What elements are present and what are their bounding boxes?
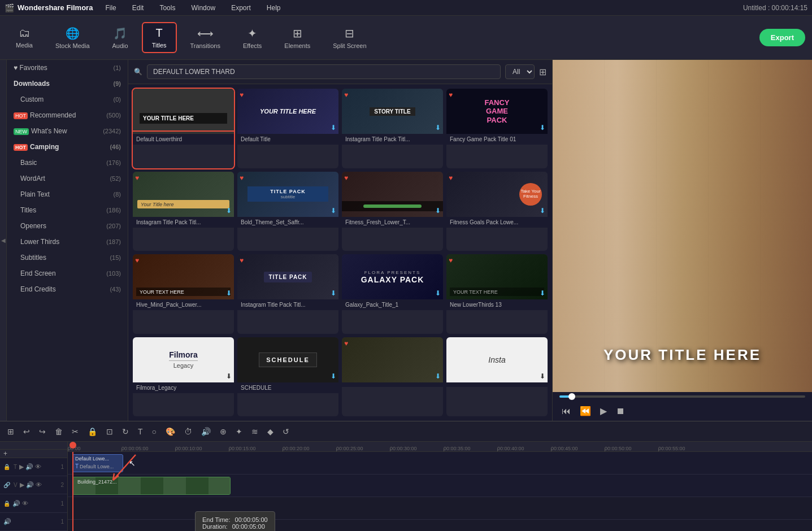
card-label-default-title: Default Title	[237, 134, 338, 145]
timeline-ai-button[interactable]: ✦	[233, 425, 245, 438]
play-pause-button[interactable]: ▶	[598, 404, 609, 417]
play-start-button[interactable]: ⏮	[559, 405, 573, 417]
subtitles-label: Subtitles	[20, 254, 46, 262]
effects-button[interactable]: ✦ Effects	[234, 23, 271, 53]
sidebar-item-end-screen[interactable]: End Screen (103)	[7, 266, 128, 281]
title-card-bottom-1[interactable]: ♥ ⬇	[342, 337, 443, 417]
sidebar-collapse-button[interactable]: ◀	[0, 60, 7, 421]
timeline-color-button[interactable]: 🎨	[163, 425, 178, 438]
search-input[interactable]	[147, 64, 501, 79]
sidebar-item-downloads[interactable]: Downloads (9)	[7, 76, 128, 92]
transitions-button[interactable]: ⟷ Transitions	[181, 23, 229, 53]
sidebar-item-custom[interactable]: Custom (0)	[7, 92, 128, 107]
title-card-default-lowerthird[interactable]: YOUR TITLE HERE Default Lowerthird	[133, 89, 234, 168]
app-icon: 🎬	[5, 3, 14, 12]
menu-bar: 🎬 Wondershare Filmora File Edit Tools Wi…	[0, 0, 812, 16]
title-card-bold-theme[interactable]: ♥ TITLE PACK subtitle ⬇ Bold_Theme_Set_S…	[237, 172, 338, 251]
media-button[interactable]: 🗂 Media	[7, 23, 42, 52]
grid-view-button[interactable]: ⊞	[539, 67, 546, 77]
menu-help[interactable]: Help	[263, 3, 284, 13]
sidebar-item-camping[interactable]: HOTCamping (46)	[7, 139, 128, 155]
menu-file[interactable]: File	[102, 3, 119, 13]
timeline-undo-button[interactable]: ↩	[20, 425, 33, 438]
timeline-mask-button[interactable]: ○	[149, 425, 159, 438]
play-end-button[interactable]: ⏹	[614, 405, 627, 417]
titles-button[interactable]: T Titles	[142, 22, 177, 53]
timeline-redo-button[interactable]: ↪	[36, 425, 49, 438]
title-card-new-lower[interactable]: ♥ YOUR TEXT HERE ⬇ New LowerThirds 13	[446, 254, 548, 334]
timeline-cursor[interactable]	[72, 452, 73, 531]
sidebar-item-openers[interactable]: Openers (207)	[7, 218, 128, 234]
sidebar-item-favorites[interactable]: ♥ Favorites (1)	[7, 60, 128, 76]
sidebar-item-titles[interactable]: Titles (186)	[7, 202, 128, 218]
basic-count: (176)	[106, 159, 121, 166]
timeline-motion-button[interactable]: ≋	[249, 425, 261, 438]
add-track-icon[interactable]: +	[3, 450, 7, 458]
split-screen-button[interactable]: ⊟ Split Screen	[324, 23, 375, 53]
camping-label: HOTCamping	[14, 143, 59, 151]
track-eye-icon-v2[interactable]: 👁	[22, 500, 28, 507]
title-card-default-title[interactable]: ♥ YOUR TITLE HERE ⬇ Default Title	[237, 89, 338, 168]
track-mute-icon-v2[interactable]: 🔊	[12, 500, 20, 507]
timeline-lock-button[interactable]: 🔒	[85, 425, 100, 438]
timeline-crop-button[interactable]: ⊡	[103, 425, 116, 438]
title-card-instagram-1[interactable]: ♥ STORY TITLE ⬇ Instagram Title Pack Tit…	[342, 89, 443, 168]
sidebar-item-basic[interactable]: Basic (176)	[7, 155, 128, 171]
title-card-bottom-2[interactable]: Insta ⬇	[446, 337, 548, 417]
export-button[interactable]: Export	[759, 29, 805, 46]
card-label-bottom-2	[446, 382, 548, 387]
timeline-speed-button[interactable]: ⏱	[181, 425, 195, 438]
stock-media-button[interactable]: 🌐 Stock Media	[46, 23, 99, 53]
sidebar-item-end-credits[interactable]: End Credits (43)	[7, 281, 128, 297]
sidebar-item-lower-thirds[interactable]: Lower Thirds (187)	[7, 234, 128, 250]
timeline-keyframe-button[interactable]: ◆	[264, 425, 276, 438]
preview-title-overlay: YOUR TITLE HERE	[553, 346, 812, 364]
sidebar-item-recommended[interactable]: HOTRecommended (500)	[7, 107, 128, 123]
sidebar-item-plain-text[interactable]: Plain Text (8)	[7, 186, 128, 202]
timeline-audio-button[interactable]: 🔊	[198, 425, 214, 438]
title-card-fitness-goals[interactable]: ♥ Take Your Fitness ⬇ Fitness Goals Pack…	[446, 172, 548, 251]
audio-button[interactable]: 🎵 Audio	[103, 23, 137, 53]
track-lock-icon-v1[interactable]: 🔗	[3, 482, 10, 488]
sidebar-item-subtitles[interactable]: Subtitles (15)	[7, 250, 128, 266]
timeline-grid-button[interactable]: ⊞	[5, 425, 17, 438]
title-card-filmora-legacy[interactable]: Filmora Legacy ⬇ Filmora_Legacy	[133, 337, 234, 417]
video-clip[interactable]: Building_21472...	[72, 477, 231, 495]
timeline-cut-button[interactable]: ✂	[69, 425, 81, 438]
sidebar-item-whats-new[interactable]: NEWWhat's New (2342)	[7, 123, 128, 139]
search-filter[interactable]: All	[505, 64, 535, 79]
track-eye-icon-v1[interactable]: 👁	[36, 481, 42, 489]
title-card-galaxy[interactable]: FLORA PRESENTS GALAXY PACK ⬇ Galaxy_Pack…	[342, 254, 443, 334]
timeline-reverse-button[interactable]: ↺	[280, 425, 292, 438]
menu-tools[interactable]: Tools	[156, 3, 179, 13]
menu-export[interactable]: Export	[228, 3, 254, 13]
download-icon: ⬇	[331, 124, 336, 132]
title-card-hive-mind[interactable]: ♥ YOUR TEXT HERE ⬇ Hive_Mind_Pack_Lower.…	[133, 254, 234, 334]
app-logo: 🎬 Wondershare Filmora	[5, 3, 93, 12]
step-back-button[interactable]: ⏪	[577, 404, 593, 417]
menu-window[interactable]: Window	[188, 3, 219, 13]
title-card-instagram-3[interactable]: ♥ TITLE PACK ⬇ Instagram Title Pack Titl…	[237, 254, 338, 334]
timeline-rotate-button[interactable]: ↻	[119, 425, 132, 438]
title-card-instagram-2[interactable]: ♥ Your Title here ⬇ Instagram Title Pack…	[133, 172, 234, 251]
title-card-fitness-fresh[interactable]: ♥ ⬇ Fitness_Fresh_Lower_T...	[342, 172, 443, 251]
track-mute-icon[interactable]: 🔊	[25, 463, 33, 471]
timeline-text-button[interactable]: T	[135, 425, 146, 438]
track-mute-icon-a1[interactable]: 🔊	[3, 518, 11, 525]
preview-progress-bar[interactable]	[559, 395, 805, 398]
menu-edit[interactable]: Edit	[129, 3, 147, 13]
titles-label: Titles	[152, 42, 167, 49]
title-card-fancy-game[interactable]: ♥ FANCY GAME PACK ⬇ Fancy Game Pack Titl…	[446, 89, 548, 168]
track-lock-icon[interactable]: 🔒	[3, 464, 10, 470]
timeline-stabilize-button[interactable]: ⊕	[217, 425, 229, 438]
ruler-mark-3: 00:00:15:00	[229, 446, 256, 451]
ruler-mark-2: 00:00:10:00	[175, 446, 202, 451]
card-label-new-lower: New LowerThirds 13	[446, 299, 548, 310]
track-mute-icon-v1[interactable]: 🔊	[26, 481, 34, 489]
audio-track-row	[68, 520, 812, 531]
track-eye-icon[interactable]: 👁	[35, 463, 41, 471]
elements-button[interactable]: ⊞ Elements	[275, 23, 319, 53]
sidebar-item-wordart[interactable]: WordArt (52)	[7, 171, 128, 186]
title-card-schedule[interactable]: SCHEDULE ⬇ SCHEDULE	[237, 337, 338, 417]
timeline-delete-button[interactable]: 🗑	[52, 425, 66, 438]
